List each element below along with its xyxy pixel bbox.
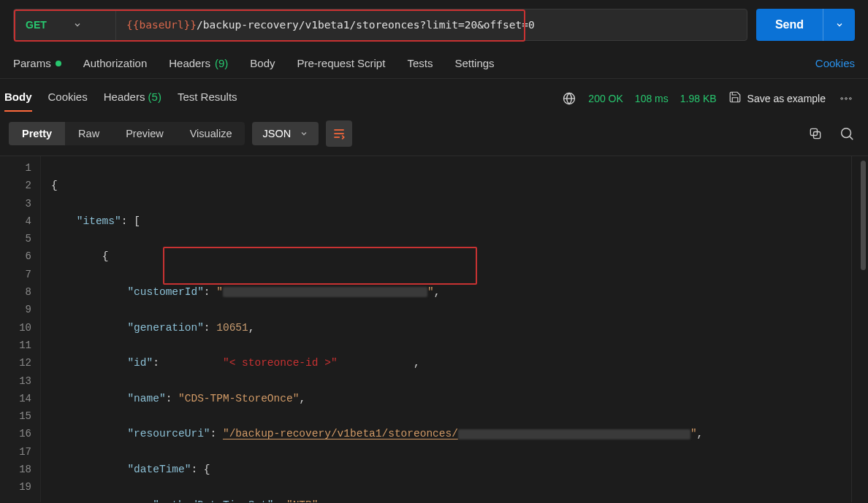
send-group: Send <box>756 9 855 41</box>
redacted-value <box>223 287 427 297</box>
key-generation: "generation" <box>127 322 203 334</box>
resp-tab-body[interactable]: Body <box>4 85 32 112</box>
tab-headers-label: Headers <box>169 57 210 69</box>
tab-settings[interactable]: Settings <box>454 57 494 69</box>
send-dropdown[interactable] <box>823 9 855 41</box>
params-changed-dot-icon <box>56 61 61 66</box>
status-code: 200 OK <box>588 93 623 104</box>
send-button[interactable]: Send <box>756 9 823 41</box>
resp-tab-test-results[interactable]: Test Results <box>178 85 237 112</box>
view-pretty[interactable]: Pretty <box>9 122 65 145</box>
copy-icon[interactable] <box>808 126 823 141</box>
url-row: GET {{baseUrl}}/backup-recovery/v1beta1/… <box>13 9 747 41</box>
http-method-label: GET <box>26 19 47 31</box>
svg-line-10 <box>850 137 853 139</box>
view-toolbar: Pretty Raw Preview Visualize JSON <box>0 112 868 155</box>
svg-point-9 <box>842 128 851 138</box>
tab-authorization[interactable]: Authorization <box>83 57 148 69</box>
response-header: Body Cookies Headers (5) Test Results 20… <box>0 79 868 112</box>
url-variable: {{baseUrl}} <box>126 19 197 31</box>
val-name: "CDS-TPM-StoreOnce" <box>178 393 299 404</box>
view-mode-segment: Pretty Raw Preview Visualize <box>9 122 245 145</box>
response-status: 200 OK 108 ms 1.98 KB Save as example <box>562 91 855 106</box>
resp-tab-cookies[interactable]: Cookies <box>48 85 88 112</box>
view-preview[interactable]: Preview <box>113 122 177 145</box>
val-generation: 10651 <box>216 322 248 334</box>
tab-body[interactable]: Body <box>250 57 275 69</box>
http-method-select[interactable]: GET <box>14 9 116 40</box>
svg-point-3 <box>850 97 852 99</box>
resp-tab-headers[interactable]: Headers (5) <box>104 85 161 112</box>
tab-tests[interactable]: Tests <box>407 57 433 69</box>
response-body: 12345678910111213141516171819 { "items":… <box>0 155 868 502</box>
request-tabs: Params Authorization Headers (9) Body Pr… <box>0 50 868 79</box>
search-icon[interactable] <box>839 126 855 142</box>
redacted-value <box>458 429 690 439</box>
val-resourceUri: "/backup-recovery/v1beta1/storeonces/ <box>223 428 458 439</box>
tab-headers-count: (9) <box>215 57 228 69</box>
key-items: "items" <box>77 215 121 227</box>
key-resourceUri: "resourceUri" <box>127 428 210 439</box>
punct: : [ <box>121 215 140 227</box>
wrap-lines-button[interactable] <box>326 120 352 147</box>
chevron-down-icon <box>300 129 308 138</box>
format-label: JSON <box>262 128 291 139</box>
key-name: "name" <box>127 393 165 404</box>
storeonce-id-placeholder: "< storeonce-id >" <box>223 357 338 369</box>
line-gutter: 12345678910111213141516171819 <box>0 156 41 502</box>
response-tabs: Body Cookies Headers (5) Test Results <box>3 85 237 112</box>
url-path: /backup-recovery/v1beta1/storeonces?limi… <box>197 19 535 31</box>
url-input[interactable]: {{baseUrl}}/backup-recovery/v1beta1/stor… <box>116 9 747 40</box>
brace-open: { <box>51 180 58 191</box>
request-bar: GET {{baseUrl}}/backup-recovery/v1beta1/… <box>0 0 868 50</box>
key-customerId: "customerId" <box>127 286 203 298</box>
brace-open: { <box>102 250 109 262</box>
scrollbar-thumb[interactable] <box>861 161 866 270</box>
save-as-example-label: Save as example <box>747 93 826 104</box>
cookies-link[interactable]: Cookies <box>815 57 855 69</box>
send-label: Send <box>775 18 804 31</box>
tab-params[interactable]: Params <box>13 57 61 69</box>
save-icon <box>728 91 742 106</box>
status-time: 108 ms <box>635 93 669 104</box>
resp-tab-headers-label: Headers <box>104 91 145 103</box>
globe-icon <box>562 91 576 106</box>
key-id: "id" <box>127 357 153 369</box>
gutter-divider <box>851 156 852 502</box>
code-content[interactable]: { "items": [ { "customerId": "", "genera… <box>41 156 868 502</box>
more-actions-icon[interactable] <box>837 91 855 106</box>
tab-headers[interactable]: Headers (9) <box>169 57 228 69</box>
key-dateTime: "dateTime" <box>127 464 191 475</box>
val-methodDateTimeSet: "NTP" <box>286 499 319 502</box>
format-select[interactable]: JSON <box>252 122 319 145</box>
resp-tab-headers-count: (5) <box>148 91 161 103</box>
chevron-down-icon <box>73 20 82 29</box>
key-methodDateTimeSet: "methodDateTimeSet" <box>153 499 273 502</box>
tab-params-label: Params <box>13 57 51 69</box>
svg-point-2 <box>845 97 848 99</box>
response-right-icons <box>808 126 855 142</box>
view-visualize[interactable]: Visualize <box>177 122 245 145</box>
status-size: 1.98 KB <box>680 93 717 104</box>
tab-prerequest[interactable]: Pre-request Script <box>297 57 386 69</box>
save-as-example-button[interactable]: Save as example <box>728 91 826 106</box>
view-raw[interactable]: Raw <box>65 122 113 145</box>
svg-point-1 <box>841 97 843 99</box>
